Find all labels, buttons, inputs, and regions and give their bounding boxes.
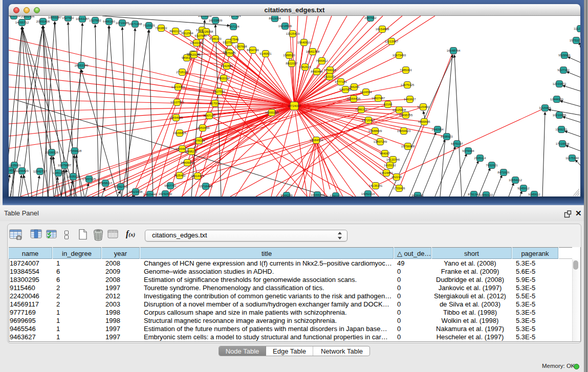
- svg-text:252214: 252214: [391, 176, 402, 179]
- svg-text:19384554: 19384554: [310, 139, 323, 142]
- svg-text:15716485: 15716485: [199, 185, 213, 188]
- svg-text:12450122: 12450122: [480, 193, 493, 196]
- svg-text:12923448: 12923448: [143, 193, 157, 196]
- svg-text:7485063: 7485063: [400, 69, 412, 72]
- svg-text:12213967: 12213967: [385, 40, 399, 43]
- svg-text:11435001: 11435001: [9, 164, 21, 167]
- svg-text:28053346: 28053346: [75, 64, 89, 67]
- svg-text:6794028: 6794028: [324, 69, 336, 72]
- svg-text:11156829: 11156829: [15, 169, 29, 172]
- svg-text:984067: 984067: [380, 152, 390, 155]
- svg-text:1640954: 1640954: [431, 128, 444, 131]
- svg-text:10958117: 10958117: [99, 182, 113, 185]
- svg-text:1621072: 1621072: [323, 75, 336, 78]
- svg-text:12505135: 12505135: [67, 175, 80, 178]
- svg-text:9146821: 9146821: [259, 52, 272, 55]
- svg-text:18724007: 18724007: [288, 104, 301, 107]
- svg-text:6497568: 6497568: [339, 88, 352, 91]
- svg-text:9777169: 9777169: [335, 80, 347, 83]
- svg-text:17546: 17546: [230, 38, 239, 41]
- svg-text:13807249: 13807249: [374, 140, 387, 143]
- svg-text:2803144: 2803144: [217, 77, 230, 80]
- svg-text:7632621: 7632621: [486, 164, 498, 167]
- svg-text:19756928: 19756928: [401, 145, 415, 148]
- svg-text:7955812: 7955812: [316, 59, 328, 62]
- svg-text:8791341: 8791341: [468, 193, 480, 196]
- svg-text:16782759: 16782759: [114, 185, 128, 188]
- svg-text:9474444: 9474444: [462, 149, 474, 152]
- svg-text:17359928: 17359928: [68, 149, 82, 152]
- svg-text:19218506: 19218506: [278, 25, 292, 28]
- svg-text:6466160: 6466160: [103, 20, 115, 23]
- svg-text:10210665: 10210665: [553, 114, 567, 117]
- svg-text:18300295: 18300295: [265, 111, 279, 114]
- svg-text:14136141: 14136141: [369, 184, 383, 187]
- svg-text:16033809: 16033809: [209, 19, 223, 22]
- svg-text:20991406: 20991406: [36, 20, 50, 23]
- svg-text:7357224: 7357224: [229, 16, 241, 17]
- svg-text:13495755: 13495755: [399, 114, 413, 117]
- svg-text:12923448: 12923448: [129, 190, 143, 193]
- svg-text:9245612: 9245612: [528, 193, 540, 196]
- svg-text:6879197: 6879197: [451, 142, 463, 145]
- svg-text:10543362: 10543362: [190, 41, 204, 45]
- svg-text:10688609: 10688609: [368, 129, 382, 133]
- svg-text:8912954: 8912954: [181, 32, 193, 35]
- svg-text:3878334: 3878334: [193, 139, 205, 142]
- svg-text:16648764: 16648764: [447, 49, 461, 52]
- svg-text:9657791: 9657791: [164, 184, 177, 187]
- svg-text:6899695: 6899695: [418, 120, 430, 123]
- svg-text:13325419: 13325419: [286, 32, 300, 35]
- svg-text:14055712: 14055712: [9, 16, 21, 17]
- svg-text:9242843: 9242843: [221, 64, 233, 68]
- svg-text:15640910: 15640910: [297, 41, 311, 44]
- svg-text:7792271: 7792271: [330, 194, 342, 197]
- svg-text:7357224: 7357224: [227, 25, 239, 28]
- svg-text:10653287: 10653287: [48, 16, 62, 19]
- svg-text:8813054: 8813054: [269, 17, 281, 20]
- svg-text:1615132: 1615132: [384, 164, 396, 167]
- svg-text:8660124: 8660124: [169, 30, 182, 33]
- svg-text:1569231: 1569231: [555, 128, 568, 131]
- svg-text:14055712: 14055712: [15, 21, 29, 24]
- svg-text:10973493: 10973493: [393, 54, 406, 57]
- svg-text:2718126: 2718126: [176, 71, 188, 74]
- svg-text:13524851: 13524851: [380, 171, 394, 174]
- svg-text:10025438: 10025438: [393, 108, 406, 112]
- svg-text:22420046: 22420046: [187, 53, 201, 56]
- svg-text:1733426: 1733426: [393, 187, 405, 190]
- svg-text:19166825: 19166825: [173, 132, 187, 135]
- svg-text:9344299: 9344299: [280, 194, 293, 197]
- svg-text:15720407: 15720407: [362, 119, 376, 122]
- svg-text:16961758: 16961758: [306, 50, 320, 53]
- svg-text:10719185: 10719185: [116, 21, 129, 25]
- svg-text:3375685: 3375685: [224, 52, 236, 55]
- svg-text:817006: 817006: [210, 102, 221, 105]
- svg-text:16292442: 16292442: [159, 192, 172, 195]
- svg-text:2087662: 2087662: [364, 16, 377, 19]
- svg-text:12444191: 12444191: [550, 98, 564, 101]
- svg-text:9327509: 9327509: [194, 34, 207, 37]
- svg-text:12975125: 12975125: [401, 83, 415, 86]
- svg-text:11123844: 11123844: [574, 27, 580, 30]
- svg-text:8427552: 8427552: [213, 90, 225, 93]
- svg-text:7515525: 7515525: [143, 24, 155, 27]
- svg-text:12213369: 12213369: [171, 85, 185, 89]
- svg-text:8990448: 8990448: [311, 70, 323, 73]
- svg-text:1527602: 1527602: [89, 19, 101, 22]
- svg-text:16033809: 16033809: [198, 16, 212, 17]
- svg-text:15751074: 15751074: [570, 39, 580, 42]
- svg-text:3624554: 3624554: [360, 91, 372, 94]
- svg-text:62160: 62160: [384, 103, 393, 106]
- svg-text:17016504: 17016504: [556, 142, 570, 145]
- svg-text:10344113: 10344113: [311, 193, 324, 196]
- svg-text:1527602: 1527602: [62, 16, 74, 19]
- svg-text:11675340: 11675340: [565, 157, 579, 160]
- svg-text:10807487: 10807487: [372, 97, 385, 100]
- svg-text:10107553: 10107553: [170, 101, 184, 104]
- svg-text:8938923: 8938923: [441, 135, 453, 138]
- svg-text:10654112: 10654112: [509, 179, 522, 182]
- svg-text:2935114: 2935114: [474, 157, 487, 160]
- svg-text:7625402: 7625402: [173, 174, 186, 177]
- svg-text:8454749: 8454749: [247, 49, 259, 52]
